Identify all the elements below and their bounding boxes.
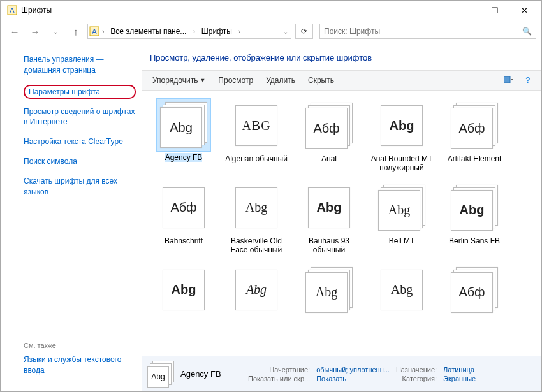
toolbar: Упорядочить▼ Просмотр Удалить Скрыть ? [142, 70, 541, 91]
window: A Шрифты — ☐ ✕ ← → ⌄ ↑ A › Все элементы … [0, 0, 542, 392]
font-item[interactable]: AbgBell MT [365, 180, 438, 255]
font-item[interactable]: АбфArtifakt Element [438, 98, 511, 173]
font-label: Bauhaus 93 обычный [295, 236, 363, 255]
titlebar: A Шрифты — ☐ ✕ [1, 1, 541, 20]
address-bar[interactable]: A › Все элементы пане... › Шрифты › ⌄ [87, 24, 291, 39]
font-item[interactable]: Абф [438, 263, 511, 319]
up-button[interactable]: ↑ [67, 22, 85, 40]
font-preview-text: Абф [458, 285, 485, 300]
recent-dropdown[interactable]: ⌄ [47, 22, 64, 40]
details-key: Назначение: [396, 366, 437, 374]
font-preview-text: Абф [458, 121, 485, 136]
font-thumbnail: Abg [160, 102, 207, 148]
breadcrumb-seg-1[interactable]: Все элементы пане... [106, 25, 190, 37]
font-thumbnail: Abg [378, 185, 425, 231]
font-preview-text: Абф [170, 200, 196, 215]
chevron-right-icon[interactable]: › [237, 28, 242, 35]
minimize-button[interactable]: — [451, 1, 480, 20]
font-item[interactable]: АбфArial [293, 98, 365, 173]
font-item[interactable]: Abg [147, 263, 220, 319]
font-preview-text: ABG [242, 119, 270, 133]
font-item[interactable]: AbgBaskerville Old Face обычный [220, 180, 293, 255]
font-thumbnail: Абф [451, 267, 498, 313]
font-grid: AbgAgency FBABGAlgerian обычныйАбфArialA… [142, 91, 541, 356]
details-font-name: Agency FB [180, 369, 231, 379]
svg-rect-4 [504, 76, 510, 83]
font-label: Berlin Sans FB [449, 236, 500, 245]
navbar: ← → ⌄ ↑ A › Все элементы пане... › Шрифт… [1, 20, 541, 43]
window-title: Шрифты [21, 6, 451, 15]
sidebar-link-font-settings[interactable]: Параметры шрифта [24, 85, 136, 99]
view-options-button[interactable] [501, 73, 517, 88]
sidebar-link-download-all[interactable]: Скачать шрифты для всех языков [24, 176, 136, 198]
font-item[interactable]: Abg [220, 263, 293, 319]
chevron-right-icon[interactable]: › [101, 28, 105, 35]
back-button[interactable]: ← [6, 22, 24, 40]
font-thumbnail: Abg [378, 103, 425, 149]
font-preview-text: Abg [316, 285, 337, 300]
close-button[interactable]: ✕ [509, 1, 539, 20]
font-thumbnail: ABG [233, 103, 280, 149]
font-item[interactable]: AbgArial Rounded MT полужирный [365, 98, 438, 173]
chevron-right-icon[interactable]: › [191, 28, 196, 35]
svg-text:A: A [92, 27, 97, 35]
font-item[interactable]: AbgBauhaus 93 обычный [293, 180, 365, 255]
font-label: Arial [321, 154, 337, 163]
font-label: Agency FB [165, 153, 203, 162]
maximize-button[interactable]: ☐ [480, 1, 509, 20]
sidebar-link-home[interactable]: Панель управления — домашняя страница [24, 54, 136, 76]
hide-button[interactable]: Скрыть [303, 73, 339, 87]
font-thumbnail: Абф [451, 103, 498, 149]
font-item[interactable]: АбфBahnschrift [147, 180, 220, 255]
refresh-button[interactable]: ⟳ [295, 24, 313, 39]
font-preview-text: Abg [246, 282, 267, 297]
page-heading: Просмотр, удаление, отображение или скры… [142, 43, 541, 70]
fonts-app-icon: A [7, 5, 17, 15]
chevron-down-icon: ▼ [200, 77, 205, 83]
font-item[interactable]: AbgBerlin Sans FB [438, 180, 511, 255]
font-thumbnail: Abg [160, 267, 207, 313]
font-preview-text: Abg [245, 200, 267, 215]
font-preview-text: Abg [317, 200, 342, 215]
sidebar-link-find-char[interactable]: Поиск символа [24, 156, 136, 167]
font-preview-text: Abg [391, 282, 413, 297]
details-key: Категория: [396, 375, 437, 382]
details-value: обычный; уплотненн... [316, 366, 390, 374]
search-box[interactable]: 🔍 [319, 24, 536, 39]
font-item[interactable]: AbgAgency FB [147, 98, 220, 173]
font-preview-text: Abg [170, 120, 193, 135]
organize-button[interactable]: Упорядочить▼ [147, 73, 210, 87]
details-value: Экранные [443, 375, 476, 382]
main-pane: Просмотр, удаление, отображение или скры… [142, 43, 541, 391]
window-body: Панель управления — домашняя страница Па… [1, 43, 541, 391]
font-label: Bahnschrift [165, 236, 203, 245]
font-label: Arial Rounded MT полужирный [367, 154, 436, 173]
font-item[interactable]: ABGAlgerian обычный [220, 98, 293, 173]
font-label: Artifakt Element [448, 154, 502, 163]
sidebar-see-also-label: См. также [24, 342, 136, 349]
font-preview-text: Abg [172, 282, 196, 297]
font-item[interactable]: Abg [365, 263, 438, 319]
delete-button[interactable]: Удалить [261, 73, 300, 87]
font-label: Baskerville Old Face обычный [222, 236, 291, 255]
preview-button[interactable]: Просмотр [213, 73, 258, 87]
search-icon[interactable]: 🔍 [522, 27, 532, 36]
font-thumbnail: Абф [305, 103, 353, 149]
font-item[interactable]: Abg [293, 263, 365, 319]
help-button[interactable]: ? [520, 73, 536, 88]
address-dropdown-icon[interactable]: ⌄ [282, 28, 289, 35]
details-properties: Начертание: обычный; уплотненн... Назнач… [248, 366, 476, 382]
font-thumbnail: Abg [378, 267, 425, 313]
font-thumbnail: Abg [233, 185, 280, 231]
font-label: Algerian обычный [225, 154, 288, 163]
search-input[interactable] [324, 27, 522, 36]
sidebar-link-cleartype[interactable]: Настройка текста ClearType [24, 136, 136, 147]
font-thumbnail: Abg [305, 267, 353, 313]
details-value: Латиница [443, 366, 476, 374]
details-key: Начертание: [248, 366, 310, 374]
breadcrumb-seg-2[interactable]: Шрифты [198, 25, 236, 37]
sidebar-link-text-services[interactable]: Языки и службы текстового ввода [24, 354, 136, 376]
font-thumbnail: Abg [305, 185, 353, 231]
sidebar-link-info-online[interactable]: Просмотр сведений о шрифтах в Интернете [24, 106, 136, 128]
font-thumbnail: Абф [160, 185, 207, 231]
